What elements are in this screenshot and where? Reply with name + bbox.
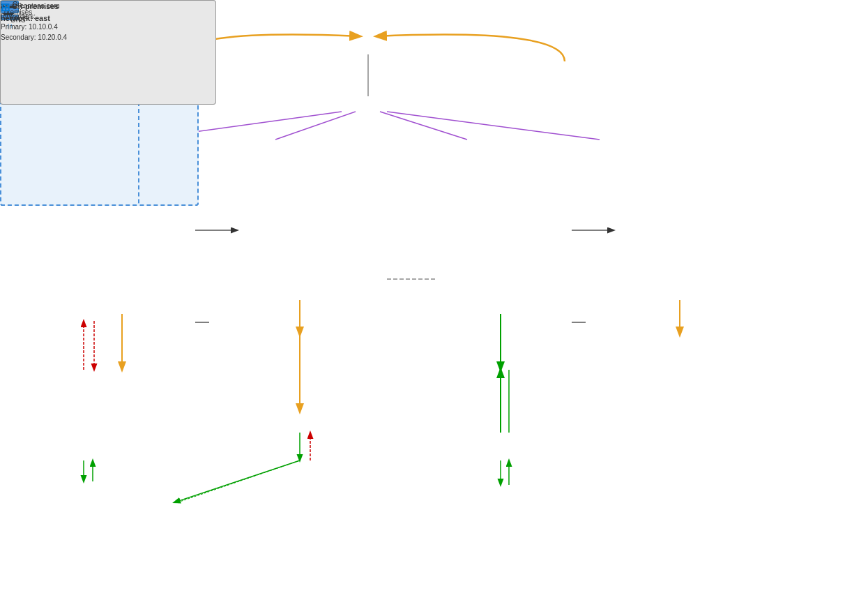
svg-line-23 [174, 460, 300, 502]
diagram-container: Private DNS zone DNS azure.contoso.com ⬡… [0, 0, 868, 607]
on-prem-east-building-icon: ⊞ [1, 1, 10, 13]
svg-line-2 [275, 112, 356, 140]
svg-line-4 [387, 112, 600, 140]
svg-line-3 [380, 112, 467, 140]
on-prem-east-title: ⊞ On-premises network: east [1, 1, 59, 22]
svg-line-24 [178, 460, 300, 502]
on-prem-east-box: 1 ↑↑ On-premisesDNS azure.contoso.com fo… [0, 0, 216, 105]
